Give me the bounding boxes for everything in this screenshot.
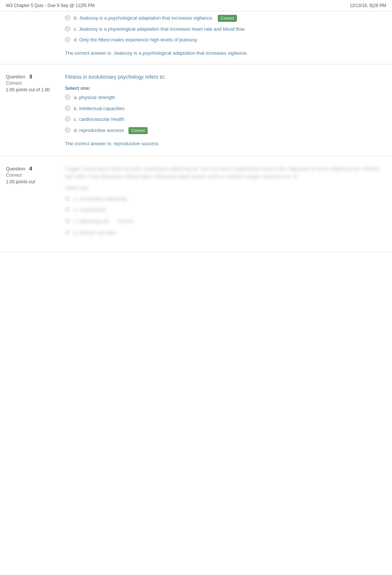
question-4-label: Question (6, 166, 25, 171)
correct-badge-3d: Correct (128, 127, 148, 134)
option-radio-3c[interactable] (65, 116, 70, 122)
partial-options-list: b. Jealousy is a psychological adaptatio… (65, 14, 386, 44)
option-radio-3d[interactable] (65, 127, 70, 133)
option-text-c: c. Jealousy is a physiological adaptatio… (74, 25, 245, 33)
question-3-select-label: Select one: (65, 85, 386, 91)
list-item: c. adipiscing nec Correct (65, 218, 386, 225)
header-right: 12/13/18, 9)28 PM (350, 3, 386, 8)
partial-question-top: b. Jealousy is a psychological adaptatio… (0, 11, 392, 64)
main-content: b. Jealousy is a psychological adaptatio… (0, 11, 392, 252)
option-radio-3a[interactable] (65, 95, 70, 100)
question-4-body: Trigger: Lorem ipsum dolor sit amet, con… (65, 165, 386, 243)
list-item: b. Jealousy is a psychological adaptatio… (65, 14, 386, 22)
question-4-meta: Question 4 Correct 1.00 points out (6, 165, 65, 243)
question-3-text: Fitness in evolutionary psychology refer… (65, 73, 386, 81)
header-left: W3 Chapter 5 Quiz - Due 9 Sep @ 11)55 PM (6, 3, 94, 8)
question-4-block: Question 4 Correct 1.00 points out Trigg… (0, 156, 392, 252)
question-4-status: Correct (6, 172, 59, 178)
question-3-label-wrapper: Question 3 (6, 73, 59, 79)
option-radio-d[interactable] (65, 37, 70, 42)
list-item: c. cardiovascular health (65, 116, 386, 123)
option-text-3a: a. physical strength (74, 94, 115, 101)
question-4-blurred-text: Trigger: Lorem ipsum dolor sit amet, con… (65, 165, 386, 181)
question-3-meta: Question 3 Correct 1.00 points out of 1.… (6, 73, 65, 147)
option-radio-4d[interactable] (65, 230, 70, 235)
page-header: W3 Chapter 5 Quiz - Due 9 Sep @ 11)55 PM… (0, 0, 392, 11)
question-3-block: Question 3 Correct 1.00 points out of 1.… (0, 64, 392, 156)
option-text-4d: d. ultricies sed dolor (74, 229, 117, 237)
list-item: b. intellectual capacities (65, 105, 386, 112)
partial-correct-answer: The correct answer is: Jealousy is a psy… (65, 50, 386, 57)
list-item: a. physical strength (65, 94, 386, 101)
question-4-label-wrapper: Question 4 (6, 165, 59, 171)
option-radio-4a[interactable] (65, 196, 70, 201)
list-item: a. consectetur adipiscing (65, 195, 386, 203)
question-3-body: Fitness in evolutionary psychology refer… (65, 73, 386, 147)
question-3-number: 3 (29, 73, 32, 79)
option-radio-4b[interactable] (65, 207, 70, 212)
option-text-3d: d. reproductive success Correct (74, 127, 148, 134)
option-text-3c: c. cardiovascular health (74, 116, 124, 123)
option-radio-3b[interactable] (65, 106, 70, 111)
question-4-number: 4 (29, 165, 32, 171)
question-3-correct-answer: The correct answer is: reproductive succ… (65, 140, 386, 147)
option-text-d: d. Only the fittest males experience hig… (74, 36, 198, 44)
option-text-4a: a. consectetur adipiscing (74, 195, 127, 203)
list-item: d. ultricies sed dolor (65, 229, 386, 237)
option-radio-4c[interactable] (65, 218, 70, 224)
question-3-status: Correct (6, 80, 59, 86)
question-4-select-blurred: Select one: (65, 184, 386, 192)
question-4-points: 1.00 points out (6, 179, 59, 184)
option-text-3b: b. intellectual capacities (74, 105, 124, 112)
option-text-4b: b. suspendisse (74, 206, 106, 214)
option-text-b: b. Jealousy is a psychological adaptatio… (74, 14, 237, 22)
question-3-label: Question (6, 74, 25, 79)
question-4-text-blurred: Trigger: Lorem ipsum dolor sit amet, con… (65, 165, 386, 181)
option-radio-c[interactable] (65, 26, 70, 31)
list-item: d. Only the fittest males experience hig… (65, 36, 386, 44)
question-4-options-list: a. consectetur adipiscing b. suspendisse… (65, 195, 386, 237)
question-3-points: 1.00 points out of 1.00 (6, 87, 59, 92)
correct-badge: Correct (218, 15, 237, 22)
list-item: c. Jealousy is a physiological adaptatio… (65, 25, 386, 33)
option-text-4c: c. adipiscing nec Correct (74, 218, 133, 225)
list-item: b. suspendisse (65, 206, 386, 214)
option-radio-b[interactable] (65, 15, 70, 20)
question-3-options-list: a. physical strength b. intellectual cap… (65, 94, 386, 134)
list-item: d. reproductive success Correct (65, 127, 386, 134)
